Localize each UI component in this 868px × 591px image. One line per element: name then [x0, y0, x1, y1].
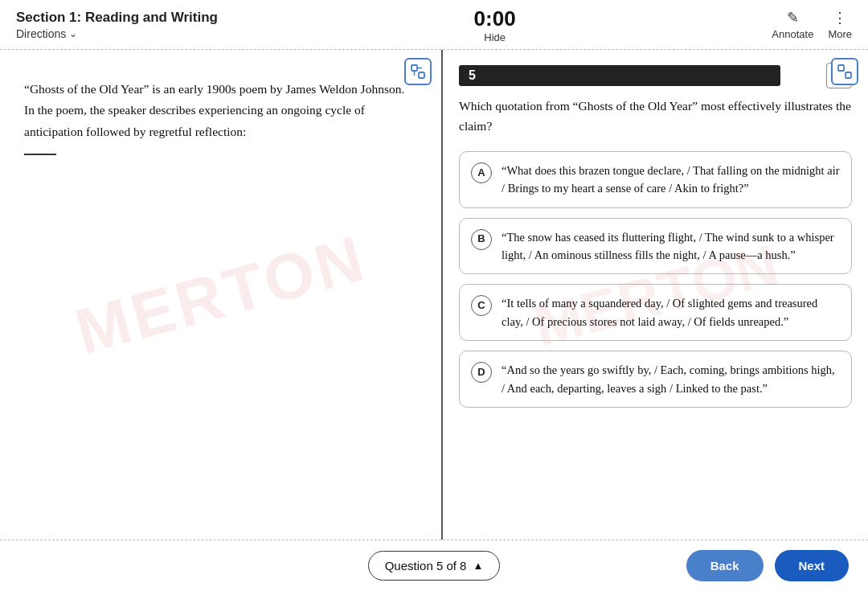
answer-choice-b[interactable]: B “The snow has ceased its fluttering fl…	[459, 218, 852, 275]
expand-icon	[411, 64, 425, 79]
more-button[interactable]: ⋮ More	[828, 9, 852, 40]
choice-text-a: “What does this brazen tongue declare, /…	[502, 162, 840, 198]
choice-letter-d: D	[471, 362, 492, 383]
annotate-label: Annotate	[772, 28, 813, 40]
question-number-badge: 5	[459, 65, 780, 86]
svg-rect-5	[845, 72, 851, 78]
hide-label[interactable]: Hide	[484, 31, 506, 43]
answer-choice-a[interactable]: A “What does this brazen tongue declare,…	[459, 151, 852, 208]
passage-divider	[24, 154, 56, 155]
ellipsis-icon: ⋮	[833, 9, 847, 27]
choice-text-b: “The snow has ceased its fluttering flig…	[502, 228, 840, 265]
answer-choice-c[interactable]: C “It tells of many a squandered day, / …	[459, 284, 852, 341]
svg-rect-4	[838, 65, 844, 71]
main-content: “Ghosts of the Old Year” is an early 190…	[0, 50, 868, 540]
footer-right: Back Next	[500, 550, 849, 581]
question-nav-button[interactable]: Question 5 of 8 ▲	[368, 551, 501, 581]
expand-right-button[interactable]	[831, 58, 858, 85]
passage-text: “Ghosts of the Old Year” is an early 190…	[24, 79, 417, 142]
question-header: 5 ⚑	[459, 63, 852, 88]
footer: Question 5 of 8 ▲ Back Next	[0, 540, 868, 591]
answer-choice-d[interactable]: D “And so the years go swiftly by, / Eac…	[459, 351, 852, 408]
svg-rect-0	[411, 65, 417, 71]
next-button[interactable]: Next	[775, 550, 850, 581]
directions-button[interactable]: Directions ⌄	[16, 27, 218, 40]
choice-letter-a: A	[471, 162, 492, 183]
choice-letter-b: B	[471, 229, 492, 250]
choice-text-d: “And so the years go swiftly by, / Each,…	[502, 361, 840, 397]
chevron-down-icon: ⌄	[69, 28, 77, 39]
svg-rect-1	[419, 72, 424, 78]
choices-container: A “What does this brazen tongue declare,…	[459, 151, 852, 408]
header-left: Section 1: Reading and Writing Direction…	[16, 10, 218, 40]
choice-text-c: “It tells of many a squandered day, / Of…	[502, 294, 840, 330]
timer-display: 0:00	[474, 6, 516, 31]
header: Section 1: Reading and Writing Direction…	[0, 0, 868, 50]
section-title: Section 1: Reading and Writing	[16, 10, 218, 26]
directions-label: Directions	[16, 27, 66, 40]
question-nav-label: Question 5 of 8	[385, 559, 467, 573]
annotate-button[interactable]: ✎ Annotate	[772, 9, 813, 40]
header-right: ✎ Annotate ⋮ More	[772, 9, 852, 40]
choice-letter-c: C	[471, 295, 492, 316]
expand-icon-right	[837, 64, 852, 79]
expand-left-button[interactable]	[404, 58, 432, 85]
back-button[interactable]: Back	[686, 550, 764, 581]
header-center: 0:00 Hide	[474, 6, 516, 43]
left-panel: “Ghosts of the Old Year” is an early 190…	[0, 50, 443, 540]
nav-arrow-icon: ▲	[473, 560, 483, 572]
more-label: More	[828, 28, 852, 40]
right-panel: 5 ⚑ Which quotation from “Ghosts of the …	[443, 50, 868, 540]
watermark-left: MERTON	[68, 220, 373, 368]
pencil-icon: ✎	[787, 9, 799, 27]
footer-center: Question 5 of 8 ▲	[368, 551, 501, 581]
question-text: Which quotation from “Ghosts of the Old …	[459, 96, 852, 137]
